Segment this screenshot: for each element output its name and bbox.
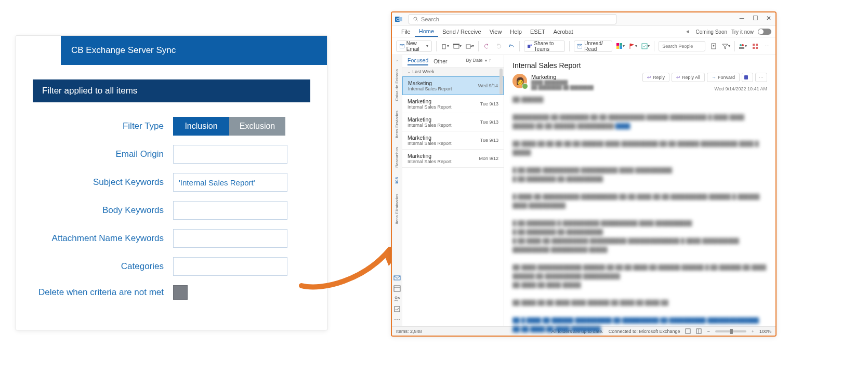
reading-pane: Internal Sales Report 👩 Marketing ████ █… [504,55,775,326]
reading-from: Marketing [531,74,594,80]
message-list: Focused Other By Date▾ ↑ ⌄ Last Week Mar… [402,55,504,326]
archive-icon[interactable]: ▾ [453,41,462,51]
svg-point-30 [713,45,714,46]
minimize-button[interactable]: ─ [738,15,745,22]
more-icon[interactable]: ⋯ [764,41,771,51]
date-group-header[interactable]: ⌄ Last Week [402,68,504,76]
list-scrollbar[interactable] [499,69,503,95]
filter-icon[interactable]: ▾ [722,41,730,51]
body-keywords-input[interactable] [173,201,287,220]
message-item[interactable]: Marketing Internal Sales Report Mon 9/12 [402,150,504,168]
email-origin-input[interactable] [173,145,287,164]
cb-app-title: CB Exchange Server Sync [71,45,176,56]
email-origin-label: Email Origin [33,149,173,159]
reply-all-label: Reply All [682,75,700,80]
filter-inclusion-button[interactable]: Inclusion [173,117,229,136]
reading-title: Internal Sales Report [512,61,767,70]
message-item[interactable]: Marketing Internal Sales Report Tue 9/13 [402,131,504,150]
search-placeholder: Search [421,16,439,22]
share-teams-button[interactable]: Share to Teams [524,41,565,52]
svg-rect-14 [442,45,445,49]
close-button[interactable]: ✕ [765,15,772,22]
people-view-icon[interactable]: ▾ [739,41,747,51]
new-email-label: New Email [406,41,425,52]
email-body-redacted: ██ ██████ ██████████ ██ ████████ ██ ██ █… [512,95,767,337]
message-item[interactable]: Marketing Internal Sales Report Tue 9/13 [402,95,504,113]
sort-button[interactable]: By Date [466,58,482,63]
menu-send-receive[interactable]: Send / Receive [438,27,485,36]
search-bar[interactable]: Search [409,14,616,24]
delete-criteria-label: Delete when criteria are not met [33,287,173,298]
rail-folder-drafts[interactable]: Rascunhos [394,144,399,171]
tasks-nav-icon[interactable] [393,305,401,313]
svg-rect-17 [453,44,459,45]
search-people-input[interactable] [659,41,705,51]
outlook-window: O Search ─ ☐ ✕ File Home Send / Receive … [391,11,777,337]
svg-rect-10 [399,17,402,21]
menu-help[interactable]: Help [506,27,526,36]
message-date: Wed 9/14 [478,83,498,88]
undo-icon[interactable] [483,41,491,51]
svg-rect-26 [616,46,619,49]
people-nav-icon[interactable] [393,295,401,302]
svg-rect-43 [394,306,400,312]
megaphone-icon [686,29,691,34]
forward-button[interactable]: →Forward [707,73,740,82]
try-it-now-toggle[interactable] [758,29,771,35]
message-item[interactable]: Marketing Internal Sales Report Tue 9/13 [402,113,504,131]
arrow-icon [291,223,405,296]
calendar-nav-icon[interactable] [393,285,401,292]
address-book-icon[interactable] [709,41,717,51]
redo-icon[interactable] [495,41,503,51]
quick-steps-icon[interactable]: ▾ [641,41,650,51]
move-icon[interactable]: ▾ [466,41,474,51]
mail-nav-icon[interactable] [393,274,401,282]
subject-keywords-input[interactable] [173,173,287,192]
nav-more-icon[interactable]: ⋯ [394,316,400,323]
reply-arrow-icon[interactable] [507,41,515,51]
reading-more-button[interactable]: ⋯ [755,73,767,82]
reply-button[interactable]: ↩Reply [642,73,669,82]
attachment-keywords-input[interactable] [173,229,287,248]
sort-direction-icon[interactable]: ↑ [489,58,492,63]
svg-point-32 [742,44,744,46]
menu-file[interactable]: File [397,27,415,36]
outlook-ribbon: New Email ▾ ▾ ▾ ▾ Share to Teams Unread/… [392,37,775,55]
delete-criteria-checkbox[interactable] [173,285,188,300]
svg-point-22 [530,44,532,46]
filter-exclusion-button[interactable]: Exclusion [229,117,285,136]
sender-avatar: 👩 [512,74,527,88]
svg-rect-18 [466,45,470,48]
tab-focused[interactable]: Focused [407,57,428,65]
status-items: Items: 2,948 [396,329,422,334]
delete-icon[interactable]: ▾ [441,41,449,51]
menu-acrobat[interactable]: Acrobat [549,27,577,36]
menu-view[interactable]: View [485,27,506,36]
rail-folder-deleted[interactable]: Itens Eliminados [394,191,399,228]
expand-rail-icon[interactable]: › [396,58,398,63]
categories-label: Categories [33,261,173,272]
categorize-icon[interactable]: ▾ [616,41,625,51]
apps-icon[interactable] [751,41,759,51]
svg-rect-34 [753,44,755,46]
new-email-button[interactable]: New Email ▾ [396,41,432,52]
menu-eset[interactable]: ESET [526,27,549,36]
mail-icon [400,44,404,49]
maximize-button[interactable]: ☐ [752,15,759,22]
filter-type-label: Filter Type [33,121,173,131]
svg-rect-36 [753,47,755,49]
reply-all-button[interactable]: ↩Reply All [672,73,705,82]
rail-folder-sent[interactable]: Itens Enviados [394,108,399,141]
flag-icon[interactable]: ▾ [629,41,637,51]
rail-folder-inbox[interactable]: Caixa de Entrada [394,66,399,104]
message-item[interactable]: Marketing Internal Sales Report Wed 9/14 [402,76,504,95]
categories-input[interactable] [173,257,287,276]
message-date: Tue 9/13 [480,119,498,125]
zoom-slider[interactable] [715,330,746,332]
unread-read-button[interactable]: Unread/ Read [574,41,612,52]
attachment-keywords-label: Attachment Name Keywords [33,233,173,244]
svg-point-11 [414,17,417,20]
tab-other[interactable]: Other [433,58,447,64]
teams-chat-button[interactable] [742,73,753,82]
menu-home[interactable]: Home [415,26,438,37]
